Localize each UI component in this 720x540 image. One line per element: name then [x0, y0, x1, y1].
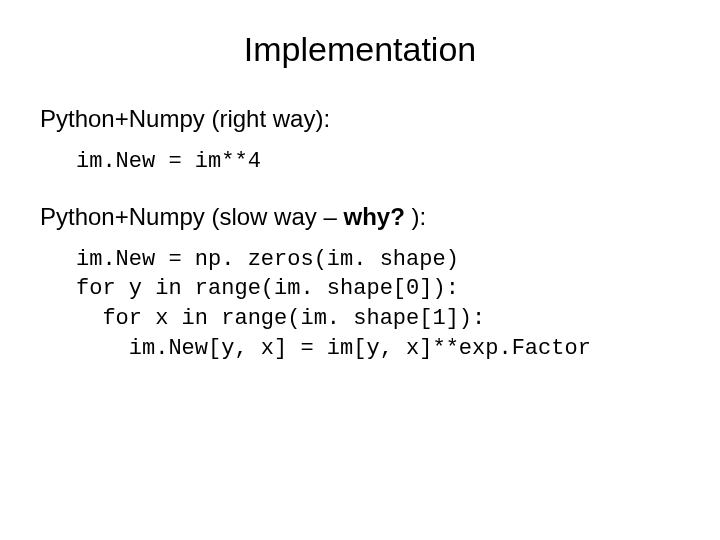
section-slow-way-label: Python+Numpy (slow way – why? ):	[40, 203, 680, 231]
slow-way-why: why?	[343, 203, 404, 230]
section-right-way-label: Python+Numpy (right way):	[40, 105, 680, 133]
code-right-way: im.New = im**4	[76, 147, 680, 177]
code-slow-way: im.New = np. zeros(im. shape) for y in r…	[76, 245, 680, 364]
slow-way-suffix: ):	[405, 203, 426, 230]
slide-container: Implementation Python+Numpy (right way):…	[0, 0, 720, 540]
slide-title: Implementation	[40, 30, 680, 69]
slow-way-prefix: Python+Numpy (slow way –	[40, 203, 343, 230]
